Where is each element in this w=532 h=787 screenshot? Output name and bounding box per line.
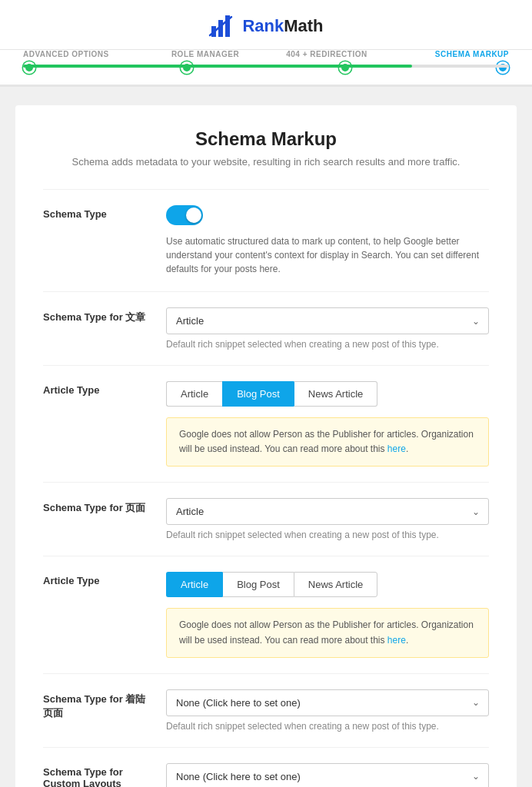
- schema-type-landing-control: None (Click here to set one) Article Blo…: [166, 689, 489, 732]
- step-label-schema: Schema Markup: [387, 50, 509, 58]
- schema-type-toggle[interactable]: [166, 205, 203, 225]
- article-type-1-btn-article[interactable]: Article: [166, 381, 222, 407]
- step-dot-2: [181, 61, 193, 74]
- article-type-1-label: Article Type: [43, 381, 166, 396]
- logo: RankMath: [0, 12, 532, 40]
- article-type-2-btn-group: Article Blog Post News Article: [166, 572, 489, 597]
- schema-type-yemian-control: Article Blog Post News Article None (Cli…: [166, 498, 489, 540]
- schema-type-yemian-select-wrapper: Article Blog Post News Article None (Cli…: [166, 498, 489, 525]
- article-type-2-label: Article Type: [43, 572, 166, 586]
- article-type-2-control: Article Blog Post News Article Google do…: [166, 572, 489, 657]
- main-card: Schema Markup Schema adds metadata to yo…: [15, 105, 517, 787]
- schema-type-wenzhang-select-wrapper: Article Blog Post News Article None (Cli…: [166, 307, 489, 334]
- schema-type-landing-label: Schema Type for 着陆页面: [43, 689, 166, 720]
- schema-type-landing-help: Default rich snippet selected when creat…: [166, 721, 489, 732]
- schema-type-landing-row: Schema Type for 着陆页面 None (Click here to…: [43, 673, 489, 747]
- article-type-2-row: Article Type Article Blog Post News Arti…: [43, 556, 489, 672]
- article-type-2-btn-article[interactable]: Article: [166, 572, 222, 597]
- article-type-2-btn-blogpost[interactable]: Blog Post: [222, 572, 294, 597]
- article-type-1-control: Article Blog Post News Article Google do…: [166, 381, 489, 467]
- main-content: Schema Markup Schema adds metadata to yo…: [0, 87, 532, 787]
- schema-type-wenzhang-select[interactable]: Article Blog Post News Article None (Cli…: [166, 307, 489, 334]
- schema-type-row: Schema Type Use automatic structured dat…: [43, 189, 489, 291]
- page-subtitle: Schema adds metadata to your website, re…: [43, 156, 489, 168]
- schema-type-yemian-row: Schema Type for 页面 Article Blog Post New…: [43, 482, 489, 556]
- article-type-1-row: Article Type Article Blog Post News Arti…: [43, 365, 489, 482]
- article-type-1-warning: Google does not allow Person as the Publ…: [166, 417, 489, 467]
- schema-type-wenzhang-help: Default rich snippet selected when creat…: [166, 339, 489, 350]
- step-dot-4: [497, 61, 509, 74]
- schema-type-landing-select[interactable]: None (Click here to set one) Article Blo…: [166, 689, 489, 716]
- schema-type-custom-row: Schema Type for Custom Layouts None (Cli…: [43, 747, 489, 787]
- article-type-2-btn-newsarticle[interactable]: News Article: [294, 572, 378, 597]
- step-dots: [23, 61, 509, 74]
- progress-section: Advanced Options Role Manager 404 + Redi…: [0, 50, 532, 87]
- steps-labels: Advanced Options Role Manager 404 + Redi…: [23, 50, 509, 58]
- schema-type-wenzhang-control: Article Blog Post News Article None (Cli…: [166, 307, 489, 350]
- logo-text: RankMath: [242, 16, 323, 36]
- article-type-2-warning-link[interactable]: here: [387, 635, 406, 646]
- schema-type-yemian-help: Default rich snippet selected when creat…: [166, 530, 489, 540]
- step-label-404: 404 + Redirection: [266, 50, 387, 58]
- header: RankMath: [0, 0, 532, 50]
- step-dot-3: [339, 61, 351, 74]
- schema-type-wenzhang-row: Schema Type for 文章 Article Blog Post New…: [43, 291, 489, 365]
- article-type-2-warning: Google does not allow Person as the Publ…: [166, 608, 489, 657]
- schema-type-label: Schema Type: [43, 205, 166, 220]
- schema-type-yemian-label: Schema Type for 页面: [43, 498, 166, 515]
- schema-type-description: Use automatic structured data to mark up…: [166, 234, 489, 276]
- step-label-role: Role Manager: [145, 50, 266, 58]
- step-label-advanced: Advanced Options: [23, 50, 145, 58]
- schema-type-landing-select-wrapper: None (Click here to set one) Article Blo…: [166, 689, 489, 716]
- schema-type-wenzhang-label: Schema Type for 文章: [43, 307, 166, 324]
- article-type-1-warning-link[interactable]: here: [387, 443, 406, 454]
- rankmath-logo-icon: [208, 12, 236, 40]
- schema-type-custom-select-wrapper: None (Click here to set one) Article Blo…: [166, 763, 489, 787]
- schema-type-yemian-select[interactable]: Article Blog Post News Article None (Cli…: [166, 498, 489, 525]
- step-dot-1: [23, 61, 35, 74]
- article-type-1-btn-blogpost[interactable]: Blog Post: [222, 381, 294, 407]
- toggle-thumb: [186, 208, 201, 223]
- page-title: Schema Markup: [43, 128, 489, 150]
- schema-type-custom-control: None (Click here to set one) Article Blo…: [166, 763, 489, 787]
- progress-track: [23, 65, 509, 68]
- article-type-1-btn-group: Article Blog Post News Article: [166, 381, 489, 407]
- schema-type-control: Use automatic structured data to mark up…: [166, 205, 489, 276]
- schema-type-custom-select[interactable]: None (Click here to set one) Article Blo…: [166, 763, 489, 787]
- progress-fill: [23, 65, 412, 68]
- schema-type-custom-label: Schema Type for Custom Layouts: [43, 763, 166, 787]
- article-type-1-btn-newsarticle[interactable]: News Article: [294, 381, 378, 407]
